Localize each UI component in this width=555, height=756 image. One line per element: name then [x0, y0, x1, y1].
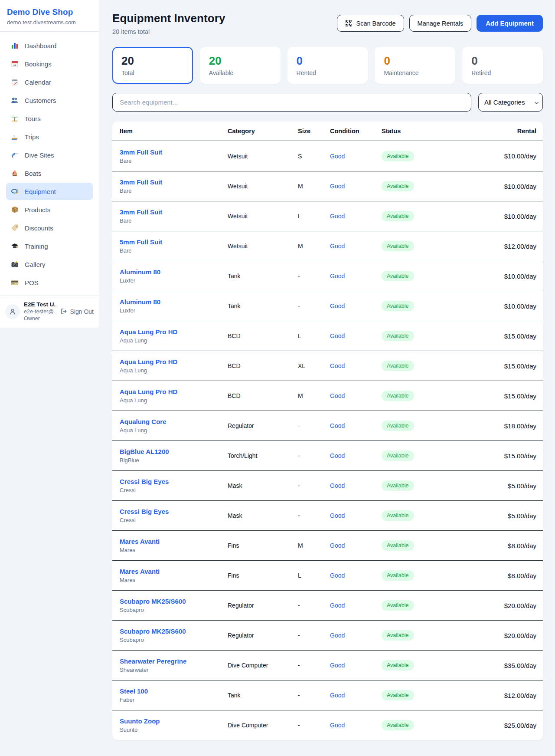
sidebar-item-equipment[interactable]: Equipment [6, 183, 93, 200]
condition-link[interactable]: Good [330, 632, 345, 639]
condition-link[interactable]: Good [330, 722, 345, 729]
add-equipment-button[interactable]: Add Equipment [477, 15, 543, 32]
item-size: - [298, 482, 330, 489]
condition-link[interactable]: Good [330, 183, 345, 190]
stat-card-total[interactable]: 20 Total [112, 47, 193, 84]
item-name-link[interactable]: 3mm Full Suit [120, 148, 228, 156]
item-name-link[interactable]: 3mm Full Suit [120, 208, 228, 216]
item-category: Wetsuit [228, 213, 298, 220]
condition-link[interactable]: Good [330, 362, 345, 369]
stat-card-rented[interactable]: 0 Rented [287, 47, 368, 84]
sidebar: Demo Dive Shop demo.test.divestreams.com… [0, 0, 99, 328]
condition-link[interactable]: Good [330, 602, 345, 609]
item-size: M [298, 243, 330, 250]
condition-link[interactable]: Good [330, 213, 345, 220]
condition-link[interactable]: Good [330, 302, 345, 309]
manage-rentals-label: Manage Rentals [418, 20, 464, 27]
item-name-link[interactable]: 5mm Full Suit [120, 238, 228, 246]
scan-barcode-button[interactable]: Scan Barcode [337, 15, 404, 32]
page-header: Equipment Inventory 20 items total Scan … [112, 12, 543, 35]
sidebar-item-training[interactable]: Training [6, 237, 93, 255]
status-badge: Available [382, 570, 414, 581]
condition-link[interactable]: Good [330, 153, 345, 160]
item-size: M [298, 392, 330, 399]
condition-link[interactable]: Good [330, 273, 345, 279]
stat-value: 0 [384, 54, 446, 67]
category-select[interactable]: All Categories [478, 93, 543, 112]
condition-link[interactable]: Good [330, 482, 345, 489]
condition-link[interactable]: Good [330, 422, 345, 429]
stat-card-available[interactable]: 20 Available [200, 47, 281, 84]
item-name-link[interactable]: Aluminum 80 [120, 268, 228, 276]
item-name-link[interactable]: Scubapro MK25/S600 [120, 598, 228, 605]
item-name-link[interactable]: Shearwater Peregrine [120, 657, 228, 665]
condition-link[interactable]: Good [330, 452, 345, 459]
sidebar-item-calendar[interactable]: Calendar [6, 73, 93, 91]
table-row: Aqualung Core Aqua Lung Regulator - Good… [112, 411, 543, 440]
sidebar-header: Demo Dive Shop demo.test.divestreams.com [0, 0, 99, 32]
sidebar-item-boats[interactable]: Boats [6, 164, 93, 182]
sidebar-item-bookings[interactable]: 17 Bookings [6, 55, 93, 72]
item-brand: Scubapro [120, 607, 228, 613]
sidebar-item-products[interactable]: Products [6, 201, 93, 218]
products-icon [10, 206, 19, 214]
condition-link[interactable]: Good [330, 662, 345, 669]
condition-link[interactable]: Good [330, 392, 345, 399]
condition-link[interactable]: Good [330, 572, 345, 579]
item-brand: Bare [120, 217, 228, 224]
customers-icon [10, 96, 19, 104]
sidebar-item-label: Dive Sites [25, 151, 54, 159]
table-row: 3mm Full Suit Bare Wetsuit S Good Availa… [112, 141, 543, 171]
table-header-row: ItemCategorySizeConditionStatusRental [112, 122, 543, 141]
item-name-link[interactable]: BigBlue AL1200 [120, 448, 228, 455]
sidebar-item-discounts[interactable]: Discounts [6, 219, 93, 237]
shop-domain: demo.test.divestreams.com [7, 19, 92, 26]
status-badge: Available [382, 600, 414, 611]
stat-card-maintenance[interactable]: 0 Maintenance [375, 47, 455, 84]
item-name-link[interactable]: Scubapro MK25/S600 [120, 628, 228, 635]
stat-card-retired[interactable]: 0 Retired [462, 47, 543, 84]
item-brand: Mares [120, 577, 228, 583]
condition-link[interactable]: Good [330, 692, 345, 699]
sidebar-item-customers[interactable]: Customers [6, 92, 93, 109]
rental-price: $20.00/day [485, 632, 536, 639]
item-name-link[interactable]: Suunto Zoop [120, 717, 228, 725]
item-name-link[interactable]: Mares Avanti [120, 538, 228, 545]
table-row: Suunto Zoop Suunto Dive Computer - Good … [112, 710, 543, 740]
search-input[interactable] [112, 93, 471, 112]
sidebar-item-gallery[interactable]: Gallery [6, 256, 93, 273]
table-row: Cressi Big Eyes Cressi Mask - Good Avail… [112, 470, 543, 500]
sidebar-item-dashboard[interactable]: Dashboard [6, 37, 93, 54]
item-name-link[interactable]: Aqualung Core [120, 418, 228, 425]
sidebar-item-label: POS [25, 279, 39, 286]
sidebar-item-trips[interactable]: Trips [6, 128, 93, 145]
sidebar-item-dive-sites[interactable]: Dive Sites [6, 146, 93, 164]
column-header-condition: Condition [330, 128, 382, 135]
rental-price: $10.00/day [485, 183, 536, 190]
condition-link[interactable]: Good [330, 243, 345, 250]
condition-link[interactable]: Good [330, 542, 345, 549]
item-name-link[interactable]: 3mm Full Suit [120, 178, 228, 186]
table-row: Mares Avanti Mares Fins L Good Available… [112, 560, 543, 590]
sidebar-item-pos[interactable]: POS [6, 274, 93, 291]
manage-rentals-button[interactable]: Manage Rentals [409, 15, 472, 32]
sidebar-nav: Dashboard 17 Bookings Calendar Customers… [0, 32, 99, 296]
item-name-link[interactable]: Aluminum 80 [120, 298, 228, 306]
item-name-link[interactable]: Aqua Lung Pro HD [120, 328, 228, 335]
item-name-link[interactable]: Aqua Lung Pro HD [120, 358, 228, 365]
item-category: BCD [228, 362, 298, 369]
item-name-link[interactable]: Mares Avanti [120, 568, 228, 575]
sign-out-button[interactable]: Sign Out [60, 308, 94, 315]
item-name-link[interactable]: Cressi Big Eyes [120, 478, 228, 485]
condition-link[interactable]: Good [330, 332, 345, 339]
item-name-link[interactable]: Aqua Lung Pro HD [120, 388, 228, 395]
status-badge: Available [382, 510, 414, 521]
equipment-icon [10, 187, 19, 195]
item-category: Regulator [228, 602, 298, 609]
sidebar-item-tours[interactable]: Tours [6, 110, 93, 127]
item-name-link[interactable]: Steel 100 [120, 687, 228, 695]
stat-value: 20 [121, 54, 184, 67]
rental-price: $25.00/day [485, 722, 536, 729]
item-name-link[interactable]: Cressi Big Eyes [120, 508, 228, 515]
condition-link[interactable]: Good [330, 512, 345, 519]
